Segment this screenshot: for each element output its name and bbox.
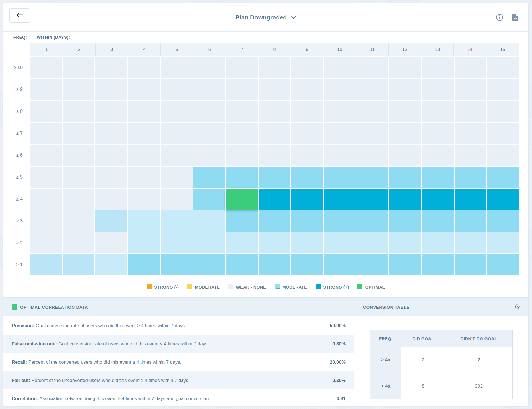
heatmap-cell[interactable] — [128, 145, 160, 166]
title-dropdown[interactable]: Plan Downgraded — [3, 3, 528, 32]
heatmap-cell[interactable] — [128, 232, 160, 253]
heatmap-cell[interactable] — [226, 167, 258, 188]
heatmap-cell[interactable] — [356, 101, 388, 122]
heatmap-cell[interactable] — [63, 254, 95, 275]
heatmap-cell[interactable] — [161, 210, 193, 232]
heatmap-cell[interactable] — [455, 210, 486, 232]
heatmap-cell[interactable] — [389, 189, 421, 210]
heatmap-cell[interactable] — [161, 145, 193, 166]
heatmap-cell[interactable] — [259, 232, 290, 253]
heatmap-cell[interactable] — [389, 232, 421, 253]
heatmap-cell[interactable] — [63, 189, 95, 210]
heatmap-cell[interactable] — [487, 189, 519, 210]
heatmap-cell[interactable] — [63, 123, 95, 144]
heatmap-cell[interactable] — [487, 79, 519, 100]
heatmap-cell[interactable] — [193, 232, 225, 253]
heatmap-cell[interactable] — [95, 101, 127, 122]
heatmap-cell[interactable] — [291, 189, 323, 210]
heatmap-cell[interactable] — [291, 232, 323, 253]
heatmap-cell[interactable] — [455, 254, 486, 275]
heatmap-cell[interactable] — [161, 123, 193, 144]
download-report-icon[interactable] — [512, 13, 519, 22]
heatmap-cell[interactable] — [30, 254, 62, 275]
heatmap-cell[interactable] — [95, 210, 127, 232]
info-icon[interactable] — [496, 14, 503, 21]
heatmap-cell[interactable] — [455, 167, 486, 188]
formula-fx-icon[interactable]: fx — [514, 304, 520, 311]
heatmap-cell[interactable] — [487, 123, 519, 144]
heatmap-cell[interactable] — [455, 123, 486, 144]
heatmap-cell[interactable] — [356, 232, 388, 253]
heatmap-cell[interactable] — [161, 79, 193, 100]
heatmap-cell[interactable] — [291, 167, 323, 188]
heatmap-cell[interactable] — [63, 57, 95, 78]
heatmap-cell[interactable] — [30, 123, 62, 144]
heatmap-cell[interactable] — [324, 254, 356, 275]
heatmap-cell[interactable] — [422, 254, 454, 275]
heatmap-cell[interactable] — [30, 57, 62, 78]
heatmap-cell[interactable] — [95, 145, 127, 166]
heatmap-cell[interactable] — [63, 210, 95, 232]
heatmap-cell[interactable] — [226, 123, 258, 144]
heatmap-cell[interactable] — [161, 101, 193, 122]
heatmap-cell[interactable] — [63, 232, 95, 253]
heatmap-cell[interactable] — [422, 210, 454, 232]
heatmap-cell[interactable] — [356, 210, 388, 232]
heatmap-cell[interactable] — [128, 79, 160, 100]
heatmap-cell[interactable] — [161, 167, 193, 188]
heatmap-cell[interactable] — [324, 79, 356, 100]
heatmap-cell[interactable] — [291, 145, 323, 166]
heatmap-cell[interactable] — [30, 79, 62, 100]
heatmap-cell[interactable] — [193, 79, 225, 100]
heatmap-cell[interactable] — [161, 189, 193, 210]
heatmap-cell[interactable] — [324, 123, 356, 144]
heatmap-cell[interactable] — [422, 101, 454, 122]
heatmap-cell[interactable] — [63, 101, 95, 122]
heatmap-cell[interactable] — [455, 145, 486, 166]
heatmap-cell[interactable] — [128, 167, 160, 188]
heatmap-cell[interactable] — [389, 79, 421, 100]
heatmap-cell[interactable] — [161, 232, 193, 253]
heatmap-cell[interactable] — [161, 254, 193, 275]
heatmap-cell[interactable] — [259, 254, 290, 275]
heatmap-cell[interactable] — [95, 254, 127, 275]
heatmap-cell[interactable] — [30, 232, 62, 253]
heatmap-cell[interactable] — [455, 101, 486, 122]
heatmap-cell[interactable] — [389, 145, 421, 166]
heatmap-cell[interactable] — [487, 167, 519, 188]
heatmap-cell[interactable] — [193, 189, 225, 210]
heatmap-cell[interactable] — [324, 167, 356, 188]
heatmap-cell[interactable] — [30, 145, 62, 166]
heatmap-cell[interactable] — [324, 145, 356, 166]
heatmap-cell[interactable] — [487, 57, 519, 78]
heatmap-cell[interactable] — [422, 123, 454, 144]
heatmap-cell[interactable] — [193, 145, 225, 166]
heatmap-cell[interactable] — [356, 254, 388, 275]
heatmap-cell[interactable] — [63, 145, 95, 166]
heatmap-cell[interactable] — [128, 254, 160, 275]
heatmap-cell[interactable] — [389, 210, 421, 232]
heatmap-cell[interactable] — [259, 123, 290, 144]
heatmap-cell[interactable] — [389, 167, 421, 188]
heatmap-cell[interactable] — [455, 57, 486, 78]
heatmap-cell[interactable] — [291, 57, 323, 78]
heatmap-cell[interactable] — [226, 101, 258, 122]
heatmap-cell[interactable] — [259, 145, 290, 166]
heatmap-cell[interactable] — [356, 189, 388, 210]
heatmap-cell[interactable] — [95, 232, 127, 253]
heatmap-cell[interactable] — [324, 101, 356, 122]
heatmap-cell[interactable] — [356, 167, 388, 188]
heatmap-cell[interactable] — [259, 210, 290, 232]
heatmap-cell[interactable] — [161, 57, 193, 78]
heatmap-cell[interactable] — [95, 189, 127, 210]
heatmap-cell[interactable] — [30, 210, 62, 232]
heatmap-cell[interactable] — [324, 57, 356, 78]
heatmap-cell[interactable] — [193, 123, 225, 144]
heatmap-cell[interactable] — [30, 167, 62, 188]
optimal-cell[interactable] — [226, 189, 258, 210]
heatmap-cell[interactable] — [128, 101, 160, 122]
heatmap-cell[interactable] — [30, 189, 62, 210]
heatmap-cell[interactable] — [63, 167, 95, 188]
heatmap-cell[interactable] — [324, 232, 356, 253]
heatmap-cell[interactable] — [193, 167, 225, 188]
